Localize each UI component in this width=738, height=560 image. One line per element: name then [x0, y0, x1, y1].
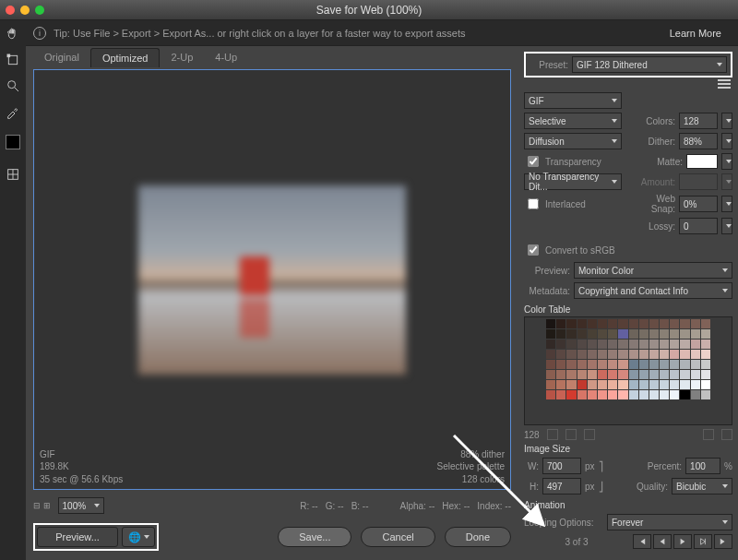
ct-new-icon[interactable]: [703, 429, 714, 440]
color-swatch[interactable]: [556, 380, 565, 389]
preview-button[interactable]: Preview...: [37, 527, 118, 547]
color-swatch[interactable]: [577, 329, 587, 339]
toggle-slices-icon[interactable]: [5, 166, 21, 183]
color-swatch[interactable]: [691, 390, 700, 399]
color-swatch[interactable]: [691, 319, 700, 328]
color-swatch[interactable]: [691, 329, 700, 339]
color-swatch[interactable]: [577, 390, 587, 399]
color-swatch[interactable]: [629, 370, 638, 379]
preview-canvas[interactable]: GIF 189.8K 35 sec @ 56.6 Kbps 88% dither…: [33, 69, 511, 490]
eyedropper-color-swatch[interactable]: [6, 135, 20, 149]
matte-select[interactable]: [721, 153, 732, 170]
color-swatch[interactable]: [618, 360, 627, 369]
color-swatch[interactable]: [639, 370, 649, 379]
color-swatch[interactable]: [680, 350, 689, 359]
done-button[interactable]: Done: [445, 527, 511, 547]
color-swatch[interactable]: [598, 390, 607, 399]
color-swatch[interactable]: [680, 390, 689, 399]
color-swatch[interactable]: [649, 329, 659, 339]
tab-optimized[interactable]: Optimized: [90, 48, 161, 67]
last-frame-button[interactable]: [714, 534, 732, 549]
colors-stepper[interactable]: [721, 113, 732, 129]
prev-frame-button[interactable]: [653, 534, 672, 549]
color-swatch[interactable]: [556, 340, 565, 349]
color-swatch[interactable]: [598, 380, 607, 389]
color-swatch[interactable]: [629, 340, 638, 349]
color-swatch[interactable]: [566, 340, 576, 349]
color-swatch[interactable]: [618, 329, 627, 339]
color-swatch[interactable]: [670, 319, 679, 328]
matte-swatch[interactable]: [686, 154, 718, 169]
color-swatch[interactable]: [577, 360, 587, 369]
color-swatch[interactable]: [608, 340, 617, 349]
color-swatch[interactable]: [701, 390, 710, 399]
color-swatch[interactable]: [608, 350, 617, 359]
color-swatch[interactable]: [660, 360, 669, 369]
reduction-select[interactable]: Selective: [524, 113, 622, 129]
loop-select[interactable]: Forever: [607, 514, 732, 530]
color-swatch[interactable]: [608, 360, 617, 369]
color-swatch[interactable]: [670, 380, 679, 389]
color-swatch[interactable]: [566, 350, 576, 359]
color-swatch[interactable]: [629, 319, 638, 328]
color-swatch[interactable]: [618, 319, 627, 328]
ct-icon-2[interactable]: [565, 429, 577, 440]
color-swatch[interactable]: [546, 319, 555, 328]
color-swatch[interactable]: [660, 329, 669, 339]
color-swatch[interactable]: [649, 340, 659, 349]
srgb-checkbox[interactable]: [528, 244, 539, 256]
zoom-select[interactable]: 100%: [58, 497, 104, 514]
color-swatch[interactable]: [546, 340, 555, 349]
color-swatch[interactable]: [670, 329, 679, 339]
color-swatch[interactable]: [546, 350, 555, 359]
color-swatch[interactable]: [546, 329, 555, 339]
color-swatch[interactable]: [639, 360, 649, 369]
color-swatch[interactable]: [566, 380, 576, 389]
color-swatch[interactable]: [639, 319, 649, 328]
websnap-stepper[interactable]: [721, 196, 732, 212]
color-swatch[interactable]: [701, 360, 710, 369]
color-swatch[interactable]: [608, 319, 617, 328]
color-swatch[interactable]: [639, 329, 649, 339]
tab-2up[interactable]: 2-Up: [160, 48, 204, 67]
metadata-select[interactable]: Copyright and Contact Info: [574, 282, 732, 299]
preview-profile-select[interactable]: Monitor Color: [574, 262, 732, 279]
color-swatch[interactable]: [598, 319, 607, 328]
color-swatch[interactable]: [598, 370, 607, 379]
dither-stepper[interactable]: [721, 133, 732, 149]
color-swatch[interactable]: [629, 390, 638, 399]
color-swatch[interactable]: [588, 350, 597, 359]
color-swatch[interactable]: [691, 380, 700, 389]
eyedropper-tool-icon[interactable]: [5, 103, 21, 120]
save-button[interactable]: Save...: [278, 527, 351, 547]
format-select[interactable]: GIF: [524, 92, 622, 109]
width-field[interactable]: 700: [542, 458, 581, 474]
color-swatch[interactable]: [598, 340, 607, 349]
preset-menu-icon[interactable]: [718, 79, 731, 89]
color-swatch[interactable]: [588, 319, 597, 328]
color-swatch[interactable]: [618, 340, 627, 349]
color-swatch[interactable]: [629, 380, 638, 389]
color-swatch[interactable]: [618, 380, 627, 389]
color-swatch[interactable]: [577, 340, 587, 349]
color-swatch[interactable]: [701, 319, 710, 328]
height-field[interactable]: 497: [542, 478, 581, 494]
color-swatch[interactable]: [680, 319, 689, 328]
color-swatch[interactable]: [639, 380, 649, 389]
color-swatch[interactable]: [588, 370, 597, 379]
websnap-field[interactable]: 0%: [679, 196, 718, 212]
color-swatch[interactable]: [588, 360, 597, 369]
color-swatch[interactable]: [649, 319, 659, 328]
color-swatch[interactable]: [588, 380, 597, 389]
color-swatch[interactable]: [588, 329, 597, 339]
color-swatch[interactable]: [566, 370, 576, 379]
hand-tool-icon[interactable]: [5, 26, 21, 42]
color-swatch[interactable]: [660, 380, 669, 389]
color-swatch[interactable]: [670, 350, 679, 359]
color-swatch[interactable]: [660, 319, 669, 328]
color-swatch[interactable]: [608, 380, 617, 389]
color-swatch[interactable]: [556, 350, 565, 359]
color-swatch[interactable]: [639, 350, 649, 359]
color-swatch[interactable]: [670, 370, 679, 379]
slice-select-tool-icon[interactable]: [5, 52, 21, 68]
